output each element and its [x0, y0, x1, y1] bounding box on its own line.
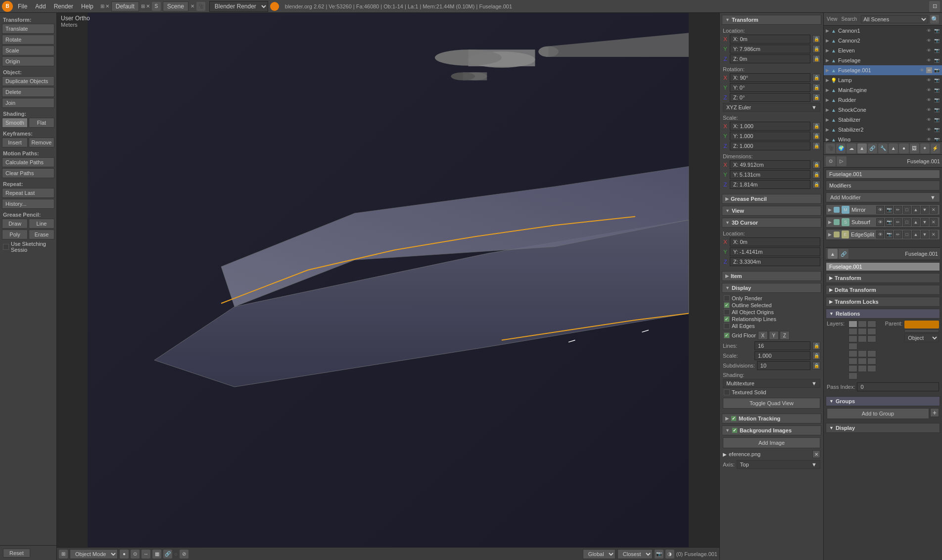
layer-8[interactable] — [858, 335, 867, 342]
view-icon[interactable]: ⊞ — [59, 550, 68, 559]
grease-pencil-header[interactable]: ▶ Grease Pencil — [722, 194, 821, 204]
rotation-mode-dropdown[interactable]: XYZ Euler ▼ — [723, 103, 820, 112]
shading-mode-dropdown[interactable]: Multitexture ▼ — [723, 379, 820, 388]
lines-field[interactable]: 16 — [754, 341, 810, 350]
mode-selector[interactable]: Object Mode — [70, 549, 118, 559]
subsurf-render-btn[interactable]: 📷 — [885, 218, 893, 226]
scale-z-field[interactable]: Z: 1.000 — [730, 141, 810, 150]
lamp-vis[interactable]: 👁 — [925, 77, 932, 84]
tab-physics[interactable]: ⚡ — [931, 143, 940, 153]
shading-mode-icon[interactable]: ◑ — [665, 550, 674, 559]
tab-world[interactable]: ☁ — [847, 143, 856, 153]
layer-2[interactable] — [858, 321, 867, 327]
edgesplit-cage-btn[interactable]: □ — [903, 231, 911, 238]
loc-x-lock[interactable]: 🔒 — [812, 35, 820, 43]
repeat-last-btn[interactable]: Repeat Last — [2, 188, 54, 198]
parent-color-swatch[interactable] — [904, 321, 939, 328]
manipulator-icon[interactable]: ↔ — [141, 550, 150, 559]
dim-x-lock[interactable]: 🔒 — [812, 161, 820, 169]
eleven-vis[interactable]: 👁 — [925, 47, 932, 54]
add-to-group-plus[interactable]: + — [930, 408, 939, 417]
layer-12[interactable] — [858, 350, 867, 357]
join-btn[interactable]: Join — [2, 98, 54, 108]
parent-field[interactable] — [904, 329, 939, 332]
motion-tracking-header[interactable]: ▶ Motion Tracking — [722, 414, 821, 423]
edgesplit-edit-btn[interactable]: ✏ — [894, 231, 902, 238]
menu-render[interactable]: Render — [51, 2, 76, 11]
screen-selector[interactable]: Default — [111, 1, 139, 11]
all-object-origins-checkbox[interactable] — [724, 309, 730, 315]
insert-btn[interactable]: Insert — [2, 138, 28, 147]
render-engine-selector[interactable]: Blender Render — [209, 1, 268, 12]
cannon2-vis[interactable]: 👁 — [925, 37, 932, 44]
obj-groups-header[interactable]: ▼ Groups — [826, 396, 940, 406]
subsurf-edit-btn[interactable]: ✏ — [894, 218, 902, 226]
subtab-2[interactable]: ▷ — [837, 156, 847, 166]
subdivisions-field[interactable]: 10 — [757, 361, 810, 370]
modifier-mirror-header[interactable]: ▶ M Mirror 👁 📷 ✏ □ ▲ ▼ ✕ — [826, 205, 940, 215]
mirror-delete-btn[interactable]: ✕ — [930, 206, 938, 214]
duplicate-objects-btn[interactable]: Duplicate Objects — [2, 76, 54, 86]
scale-lock[interactable]: 🔒 — [812, 352, 820, 360]
cannon1-vis[interactable]: 👁 — [925, 27, 932, 34]
loc-z-lock[interactable]: 🔒 — [812, 55, 820, 63]
line-btn[interactable]: Line — [29, 219, 54, 229]
tab-constraints[interactable]: 🔗 — [868, 143, 877, 153]
scale-field[interactable]: 1.000 — [754, 351, 810, 360]
bg-images-checkbox[interactable] — [732, 427, 738, 433]
scale-btn[interactable]: Scale — [2, 46, 54, 55]
subsurf-up-btn[interactable]: ▲ — [912, 218, 920, 226]
snap-icon[interactable]: 🔗 — [163, 550, 172, 559]
dim-z-lock[interactable]: 🔒 — [812, 181, 820, 188]
shockcone-render[interactable]: 📷 — [933, 106, 940, 113]
camera-icon[interactable]: 📷 — [655, 550, 663, 559]
tab-render[interactable]: 🎥 — [826, 143, 835, 153]
shockcone-vis[interactable]: 👁 — [925, 106, 932, 113]
layer-7[interactable] — [848, 335, 857, 342]
view-header[interactable]: ▼ View — [722, 206, 821, 216]
loc-x-field[interactable]: X: 0m — [730, 35, 810, 44]
smooth-btn[interactable]: Smooth — [2, 118, 28, 128]
layer-14[interactable] — [848, 358, 857, 365]
flat-btn[interactable]: Flat — [29, 118, 54, 128]
layer-18[interactable] — [858, 365, 867, 372]
history-btn[interactable]: History... — [2, 199, 54, 209]
add-to-group-btn[interactable]: Add to Group — [827, 408, 929, 419]
outliner-item-cannon2[interactable]: ▶ ▲ Cannon2 👁 📷 — [824, 36, 942, 46]
outliner-item-shockcone[interactable]: ▶ ▲ ShockCone 👁 📷 — [824, 105, 942, 115]
dim-z-field[interactable]: Z: 1.814m — [730, 180, 810, 189]
grid-x-btn[interactable]: X — [758, 331, 768, 340]
layer-20[interactable] — [848, 373, 857, 379]
clear-paths-btn[interactable]: Clear Paths — [2, 168, 54, 178]
edgesplit-vis-btn[interactable]: 👁 — [876, 231, 884, 238]
calculate-paths-btn[interactable]: Calculate Paths — [2, 157, 54, 167]
rudder-render[interactable]: 📷 — [933, 96, 940, 103]
obj-transform-locks-header[interactable]: ▶ Transform Locks — [826, 297, 940, 307]
grid-z-btn[interactable]: Z — [780, 331, 790, 340]
outliner-item-rudder[interactable]: ▶ ▲ Rudder 👁 📷 — [824, 95, 942, 105]
layer-9[interactable] — [867, 335, 876, 342]
outliner-search-icon[interactable]: 🔍 — [930, 15, 939, 24]
parent-type-dropdown[interactable]: Object — [904, 333, 939, 342]
tab-material[interactable]: ● — [899, 143, 908, 153]
viewport-canvas[interactable] — [57, 13, 719, 547]
subsurf-down-btn[interactable]: ▼ — [921, 218, 929, 226]
lines-lock[interactable]: 🔒 — [812, 342, 820, 350]
outline-selected-checkbox[interactable] — [724, 302, 730, 308]
fuselage001-render[interactable]: 📷 — [933, 67, 940, 74]
stabilizer-render[interactable]: 📷 — [933, 116, 940, 123]
scale-x-lock[interactable]: 🔒 — [812, 122, 820, 130]
render-action-icon[interactable]: ⊡ — [929, 1, 940, 12]
item-section-header[interactable]: ▶ Item — [722, 271, 821, 281]
cannon1-render[interactable]: 📷 — [933, 27, 940, 34]
layer-5[interactable] — [858, 328, 867, 335]
stabilizer2-render[interactable]: 📷 — [933, 126, 940, 133]
rot-z-lock[interactable]: 🔒 — [812, 93, 820, 101]
eleven-render[interactable]: 📷 — [933, 47, 940, 54]
cannon2-render[interactable]: 📷 — [933, 37, 940, 44]
outliner-item-cannon1[interactable]: ▶ ▲ Cannon1 👁 📷 — [824, 26, 942, 36]
motion-tracking-checkbox[interactable] — [731, 416, 737, 421]
subsurf-cage-btn[interactable]: □ — [903, 218, 911, 226]
menu-add[interactable]: Add — [32, 2, 48, 11]
rot-x-lock[interactable]: 🔒 — [812, 74, 820, 82]
